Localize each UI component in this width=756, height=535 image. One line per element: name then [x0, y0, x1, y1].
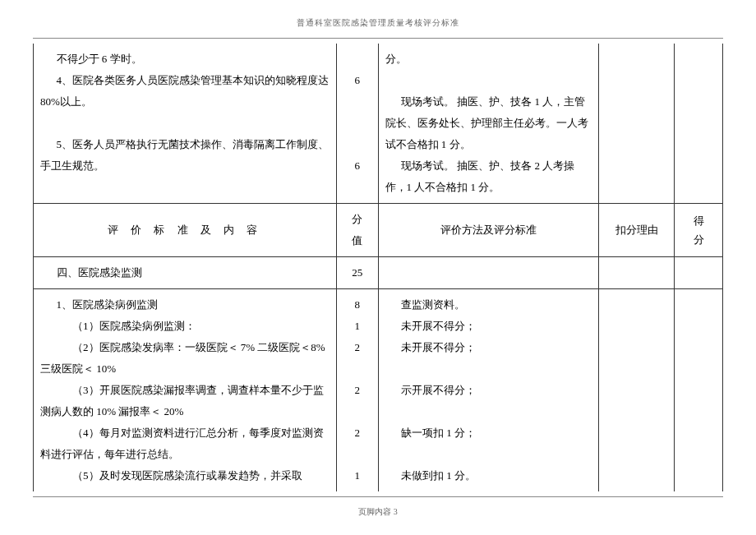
method-cell: 查监测资料。 未开展不得分； 未开展不得分； 示开展不得分； 缺一项扣 1 分；…: [378, 289, 598, 492]
table-section-row: 四、医院感染监测 25: [34, 257, 723, 289]
score-value: 2: [343, 422, 371, 444]
header-got: 得 分: [675, 204, 723, 257]
score-value: 2: [343, 380, 371, 401]
section-score: 25: [337, 257, 378, 289]
header-criteria: 评 价 标 准 及 内 容: [34, 204, 337, 257]
section-method: [378, 257, 598, 289]
score-value: 8: [343, 294, 371, 316]
criteria-cell: 1、医院感染病例监测 （1）医院感染病例监测： （2）医院感染发病率：一级医院＜…: [34, 289, 337, 492]
method-text: 未开展不得分；: [385, 337, 592, 358]
header-score: 分 值: [337, 204, 378, 257]
method-text: 现场考试。 抽医、护、技各 2 人考操作，1 人不合格扣 1 分。: [385, 155, 592, 198]
header-method: 评价方法及评分标准: [378, 204, 598, 257]
header-reason: 扣分理由: [598, 204, 674, 257]
score-value: 2: [343, 337, 371, 358]
got-cell: [675, 289, 723, 492]
method-text: 未开展不得分；: [385, 316, 592, 337]
got-cell: [675, 44, 723, 204]
score-value: 1: [343, 465, 371, 487]
score-value: 1: [343, 316, 371, 337]
table-header-row: 评 价 标 准 及 内 容 分 值 评价方法及评分标准 扣分理由 得 分: [34, 204, 723, 257]
table-row: 不得少于 6 学时。 4、医院各类医务人员医院感染管理基本知识的知晓程度达 80…: [34, 44, 723, 204]
section-title: 四、医院感染监测: [34, 257, 337, 289]
criteria-text: 5、医务人员严格执行无菌技术操作、消毒隔离工作制度、手卫生规范。: [40, 134, 330, 177]
footer-rule: [33, 496, 723, 497]
method-text: 示开展不得分；: [385, 380, 592, 401]
score-cell: 8 1 2 2 2 1: [337, 289, 378, 492]
criteria-text: 4、医院各类医务人员医院感染管理基本知识的知晓程度达 80%以上。: [40, 70, 330, 113]
reason-cell: [598, 289, 674, 492]
method-text: 查监测资料。: [385, 294, 592, 316]
criteria-cell: 不得少于 6 学时。 4、医院各类医务人员医院感染管理基本知识的知晓程度达 80…: [34, 44, 337, 204]
method-text: 未做到扣 1 分。: [385, 465, 592, 487]
score-cell: 6 6: [337, 44, 378, 204]
criteria-text: （2）医院感染发病率：一级医院＜ 7% 二级医院＜8% 三级医院＜ 10%: [40, 337, 330, 380]
score-value: 6: [343, 155, 371, 177]
reason-cell: [598, 44, 674, 204]
section-got: [675, 257, 723, 289]
score-value: 6: [343, 70, 371, 91]
criteria-text: （1）医院感染病例监测：: [40, 316, 330, 337]
criteria-text: （3）开展医院感染漏报率调查，调查样本量不少于监测病人数的 10% 漏报率＜ 2…: [40, 380, 330, 422]
evaluation-table: 不得少于 6 学时。 4、医院各类医务人员医院感染管理基本知识的知晓程度达 80…: [33, 44, 723, 491]
criteria-text: 1、医院感染病例监测: [40, 294, 330, 316]
criteria-text: （4）每月对监测资料进行汇总分析，每季度对监测资料进行评估，每年进行总结。: [40, 422, 330, 465]
page-footer: 页脚内容 3: [33, 505, 723, 519]
method-text: 分。: [385, 48, 592, 70]
criteria-text: 不得少于 6 学时。: [40, 48, 330, 70]
method-text: 缺一项扣 1 分；: [385, 422, 592, 444]
page-header: 普通科室医院感染管理质量考核评分标准: [33, 16, 723, 30]
header-rule: [33, 38, 723, 39]
method-cell: 分。 现场考试。 抽医、护、技各 1 人，主管院长、医务处长、护理部主任必考。一…: [378, 44, 598, 204]
section-reason: [598, 257, 674, 289]
method-text: 现场考试。 抽医、护、技各 1 人，主管院长、医务处长、护理部主任必考。一人考试…: [385, 91, 592, 155]
table-row: 1、医院感染病例监测 （1）医院感染病例监测： （2）医院感染发病率：一级医院＜…: [34, 289, 723, 492]
criteria-text: （5）及时发现医院感染流行或暴发趋势，并采取: [40, 465, 330, 487]
